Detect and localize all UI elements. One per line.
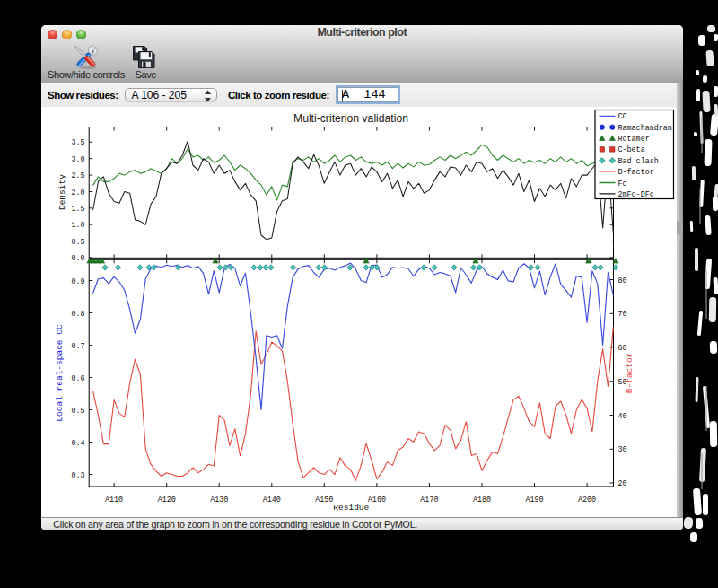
svg-text:Ramachandran: Ramachandran bbox=[618, 124, 672, 133]
svg-text:1.0: 1.0 bbox=[71, 221, 84, 230]
svg-text:C-beta: C-beta bbox=[618, 145, 645, 154]
svg-text:0.7: 0.7 bbox=[71, 342, 84, 351]
svg-text:Local real-space CC: Local real-space CC bbox=[55, 324, 65, 422]
svg-text:A200: A200 bbox=[578, 496, 596, 505]
svg-text:A180: A180 bbox=[473, 496, 491, 505]
svg-text:A120: A120 bbox=[158, 496, 176, 505]
svg-text:60: 60 bbox=[618, 344, 627, 353]
svg-text:2.0: 2.0 bbox=[71, 189, 84, 197]
svg-text:0.5: 0.5 bbox=[71, 407, 84, 416]
svg-text:2.5: 2.5 bbox=[71, 171, 84, 180]
svg-text:A190: A190 bbox=[525, 496, 543, 505]
svg-text:30: 30 bbox=[618, 445, 627, 454]
svg-text:Fc: Fc bbox=[618, 180, 627, 189]
svg-text:Multi-criterion validation: Multi-criterion validation bbox=[293, 112, 408, 125]
svg-text:40: 40 bbox=[618, 412, 627, 421]
svg-text:3.0: 3.0 bbox=[71, 155, 84, 164]
svg-text:A160: A160 bbox=[368, 496, 386, 505]
svg-text:A150: A150 bbox=[315, 496, 333, 505]
svg-text:1.5: 1.5 bbox=[71, 205, 84, 214]
svg-text:A110: A110 bbox=[105, 496, 123, 505]
svg-text:0.0: 0.0 bbox=[71, 254, 84, 263]
svg-text:20: 20 bbox=[618, 479, 627, 488]
svg-text:2mFo-DFc: 2mFo-DFc bbox=[618, 190, 654, 199]
svg-text:Rotamer: Rotamer bbox=[618, 135, 650, 144]
svg-text:B-factor: B-factor bbox=[618, 168, 654, 177]
svg-text:Density: Density bbox=[57, 174, 67, 210]
svg-text:0.4: 0.4 bbox=[71, 439, 84, 448]
svg-text:B-factor: B-factor bbox=[625, 353, 635, 394]
svg-text:3.5: 3.5 bbox=[71, 138, 84, 147]
svg-text:A170: A170 bbox=[420, 496, 438, 505]
svg-text:80: 80 bbox=[618, 276, 627, 285]
svg-text:0.6: 0.6 bbox=[71, 374, 84, 383]
svg-text:0.5: 0.5 bbox=[71, 238, 84, 247]
svg-text:CC: CC bbox=[618, 112, 627, 121]
svg-text:70: 70 bbox=[618, 310, 627, 319]
svg-text:Residue: Residue bbox=[333, 503, 369, 513]
svg-text:0.3: 0.3 bbox=[71, 471, 84, 480]
svg-text:Bad clash: Bad clash bbox=[618, 157, 659, 166]
svg-text:0.9: 0.9 bbox=[71, 277, 84, 286]
svg-text:A130: A130 bbox=[210, 496, 228, 505]
svg-text:0.8: 0.8 bbox=[71, 310, 84, 319]
svg-text:A140: A140 bbox=[263, 496, 281, 505]
